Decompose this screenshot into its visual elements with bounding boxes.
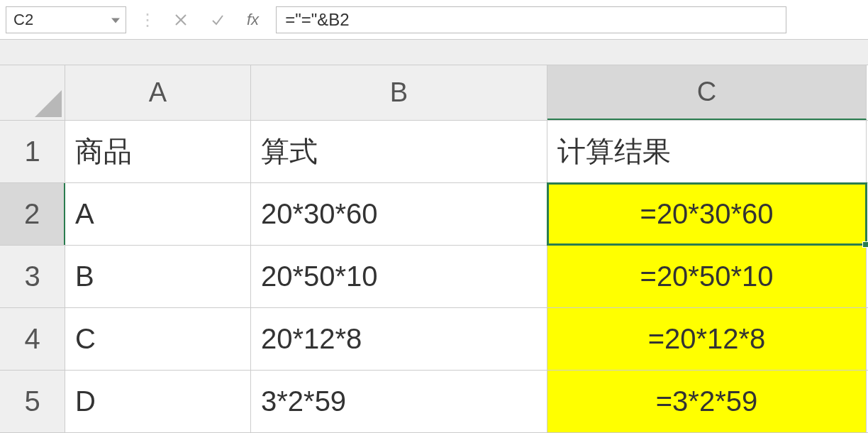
cell-C2-value: =20*30*60 — [640, 198, 774, 230]
column-header-row: A B C — [0, 65, 868, 121]
cell-C2[interactable]: =20*30*60 — [547, 183, 867, 245]
cell-C4[interactable]: =20*12*8 — [547, 308, 867, 370]
cell-A3[interactable]: B — [65, 246, 251, 307]
cell-B3[interactable]: 20*50*10 — [251, 246, 547, 307]
cell-C5[interactable]: =3*2*59 — [547, 371, 867, 432]
name-box[interactable]: C2 — [6, 6, 126, 33]
cell-A5[interactable]: D — [65, 371, 251, 432]
toolbar-gap — [0, 40, 868, 65]
table-row: 5 D 3*2*59 =3*2*59 — [0, 371, 868, 433]
formula-input[interactable] — [276, 6, 786, 33]
table-row: 3 B 20*50*10 =20*50*10 — [0, 246, 868, 308]
cell-C3[interactable]: =20*50*10 — [547, 246, 867, 307]
table-row: 2 A 20*30*60 =20*30*60 — [0, 183, 868, 246]
spreadsheet-grid: A B C 1 商品 算式 计算结果 2 A 20*30*60 =20*30*6… — [0, 65, 868, 433]
name-box-value: C2 — [13, 11, 33, 29]
name-box-dropdown-icon[interactable] — [111, 14, 120, 26]
cell-B2[interactable]: 20*30*60 — [251, 183, 547, 245]
column-header-B[interactable]: B — [251, 65, 547, 120]
table-row: 1 商品 算式 计算结果 — [0, 121, 868, 183]
cell-A4[interactable]: C — [65, 308, 251, 370]
fx-icon[interactable]: fx — [243, 11, 263, 29]
cell-A1[interactable]: 商品 — [65, 121, 251, 182]
column-header-C[interactable]: C — [547, 65, 867, 120]
cell-B4[interactable]: 20*12*8 — [251, 308, 547, 370]
table-row: 4 C 20*12*8 =20*12*8 — [0, 308, 868, 371]
select-all-triangle-icon — [35, 90, 62, 117]
separator-icon: ⋮ — [139, 10, 156, 30]
row-header-5[interactable]: 5 — [0, 371, 65, 432]
row-header-2[interactable]: 2 — [0, 183, 65, 245]
cancel-button[interactable] — [169, 8, 193, 32]
fill-handle[interactable] — [862, 241, 868, 248]
row-header-3[interactable]: 3 — [0, 246, 65, 307]
cell-B5[interactable]: 3*2*59 — [251, 371, 547, 432]
formula-bar: C2 ⋮ fx — [0, 0, 868, 40]
cell-B1[interactable]: 算式 — [251, 121, 547, 182]
column-header-A[interactable]: A — [65, 65, 251, 120]
confirm-button[interactable] — [206, 8, 230, 32]
row-header-1[interactable]: 1 — [0, 121, 65, 182]
select-all-corner[interactable] — [0, 65, 65, 120]
cell-A2[interactable]: A — [65, 183, 251, 245]
row-header-4[interactable]: 4 — [0, 308, 65, 370]
cell-C1[interactable]: 计算结果 — [547, 121, 867, 182]
